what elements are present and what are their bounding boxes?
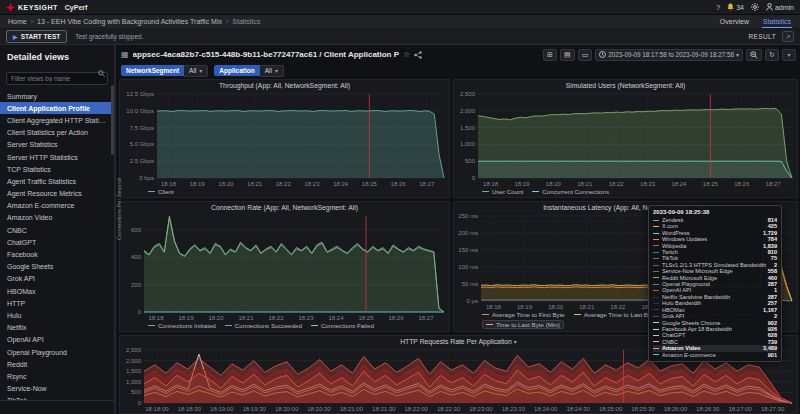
svg-text:18:18: 18:18 xyxy=(148,315,164,321)
svg-text:18:25:00: 18:25:00 xyxy=(599,406,623,412)
sidebar-item-summary[interactable]: Summary xyxy=(0,90,114,102)
chart-legend: User CountConcurrent Connections xyxy=(454,188,797,197)
legend-swatch xyxy=(482,314,489,315)
sidebar-title: Detailed views xyxy=(0,50,114,67)
sidebar-item-reddit[interactable]: Reddit xyxy=(0,358,114,370)
sidebar-item-server-statistics[interactable]: Server Statistics xyxy=(0,139,114,151)
help-icon[interactable]: ? xyxy=(716,4,720,11)
breadcrumb-test-name[interactable]: 13 - EEH Vibe Coding with Background Act… xyxy=(37,18,222,25)
filter-views-input[interactable] xyxy=(6,72,108,85)
chevron-down-icon: ▾ xyxy=(514,339,517,345)
sidebar-item-tcp-statistics[interactable]: TCP Statistics xyxy=(0,163,114,175)
cycle-view-button[interactable]: ▤ xyxy=(560,49,575,61)
sidebar-scrollbar[interactable] xyxy=(111,85,114,155)
start-test-button[interactable]: ▶ START TEST xyxy=(6,30,67,43)
sidebar-item-netflix[interactable]: Netflix xyxy=(0,322,114,334)
zoom-out-button[interactable] xyxy=(746,49,762,61)
panel-title[interactable]: Throughput (App: All, NetworkSegment: Al… xyxy=(120,80,449,91)
share-icon[interactable] xyxy=(414,51,422,59)
refresh-button[interactable]: ↻ xyxy=(765,49,779,61)
notifications-button[interactable]: 34 xyxy=(727,3,744,11)
panel-title[interactable]: Connection Rate (App: All, NetworkSegmen… xyxy=(120,202,449,213)
legend-item[interactable]: Connections Succeeded xyxy=(225,322,302,329)
breadcrumb-bar: Home › 13 - EEH Vibe Coding with Backgro… xyxy=(0,15,800,29)
legend-label: Connections Initiated xyxy=(158,322,216,329)
sidebar-item-service-now[interactable]: Service-Now xyxy=(0,383,114,395)
legend-item[interactable]: User Count xyxy=(482,188,523,195)
tooltip-series-value: 901 xyxy=(768,352,777,358)
svg-text:18:22: 18:22 xyxy=(610,304,626,310)
application-filter[interactable]: Application All▾ xyxy=(214,65,284,77)
simulated-users-chart[interactable]: 05001,0001,5002,0002,50018:1818:1918:201… xyxy=(454,91,797,188)
sidebar-item-chatgpt[interactable]: ChatGPT xyxy=(0,236,114,248)
svg-text:18:18:00: 18:18:00 xyxy=(145,406,169,412)
legend-item[interactable]: Connections Initiated xyxy=(148,322,216,329)
sidebar-item-agent-resource-metrics[interactable]: Agent Resource Metrics xyxy=(0,188,114,200)
sidebar-item-openai-api[interactable]: OpenAI API xyxy=(0,334,114,346)
sidebar-item-facebook[interactable]: Facebook xyxy=(0,248,114,260)
expand-result-button[interactable]: ↗ xyxy=(782,31,794,42)
sidebar-item-client-application-profile[interactable]: Client Application Profile xyxy=(0,102,114,114)
chevron-down-icon: ▾ xyxy=(736,51,739,58)
user-menu[interactable]: admin xyxy=(766,3,794,11)
time-range-button[interactable]: 2023-09-09 18:17:58 to 2023-09-09 18:27:… xyxy=(595,49,743,61)
favorite-star-icon[interactable]: ☆ xyxy=(403,50,410,59)
svg-text:18:23:30: 18:23:30 xyxy=(502,406,526,412)
sidebar-item-client-statistics-per-action[interactable]: Client Statistics per Action xyxy=(0,127,114,139)
play-icon: ▶ xyxy=(13,33,18,40)
sidebar-item-google-sheets[interactable]: Google Sheets xyxy=(0,261,114,273)
sidebar-item-server-http-statistics[interactable]: Server HTTP Statistics xyxy=(0,151,114,163)
magnifier-minus-icon xyxy=(750,51,758,59)
sidebar-item-rsync[interactable]: Rsync xyxy=(0,370,114,382)
gear-icon[interactable] xyxy=(751,3,759,11)
legend-item[interactable]: Time to Last Byte (Min) xyxy=(482,320,564,329)
legend-item[interactable]: Average Time to First Byte xyxy=(482,311,565,318)
svg-text:18:21:00: 18:21:00 xyxy=(340,406,364,412)
svg-text:18:21: 18:21 xyxy=(247,181,263,187)
legend-item[interactable]: Average Time to Last Byte xyxy=(574,311,656,318)
tooltip-series-swatch xyxy=(653,220,659,221)
svg-text:7.5 Gbps: 7.5 Gbps xyxy=(130,125,154,131)
legend-item[interactable]: Connections Failed xyxy=(311,322,374,329)
breadcrumb-home[interactable]: Home xyxy=(8,18,27,25)
legend-item[interactable]: Client xyxy=(148,188,174,195)
svg-text:18:25:30: 18:25:30 xyxy=(631,406,655,412)
tooltip-series-swatch xyxy=(653,233,659,234)
svg-text:0: 0 xyxy=(472,175,476,181)
sidebar-item-amazon-video[interactable]: Amazon Video xyxy=(0,212,114,224)
svg-text:500: 500 xyxy=(131,389,142,395)
sidebar-item-agent-traffic-statistics[interactable]: Agent Traffic Statistics xyxy=(0,175,114,187)
tooltip-series-swatch xyxy=(653,226,659,227)
sidebar-item-client-aggregated-http-statistics[interactable]: Client Aggregated HTTP Statistics xyxy=(0,114,114,126)
connection-rate-chart[interactable]: Connections Per Second 020040060018:1818… xyxy=(120,213,449,322)
refresh-interval-dropdown[interactable]: ▾ xyxy=(782,49,796,61)
sidebar-item-grok-api[interactable]: Grok API xyxy=(0,273,114,285)
legend-item[interactable]: Concurrent Connections xyxy=(532,188,609,195)
chart-legend: Connections InitiatedConnections Succeed… xyxy=(120,322,449,331)
svg-text:18:26: 18:26 xyxy=(391,181,407,187)
panel-title[interactable]: Simulated Users (NetworkSegment: All) xyxy=(454,80,797,91)
legend-swatch xyxy=(148,325,155,326)
sidebar-item-cnbc[interactable]: CNBC xyxy=(0,224,114,236)
tab-statistics[interactable]: Statistics xyxy=(762,16,792,28)
legend-label: Client xyxy=(158,188,174,195)
sidebar-item-openai-playground[interactable]: Openai Playground xyxy=(0,346,114,358)
sidebar-item-amazon-e-commerce[interactable]: Amazon E-commerce xyxy=(0,200,114,212)
panel-connection-rate: Connection Rate (App: All, NetworkSegmen… xyxy=(119,201,450,332)
svg-text:18:27:00: 18:27:00 xyxy=(728,406,752,412)
tv-mode-button[interactable]: ▭ xyxy=(578,49,593,61)
brand-name: KEYSIGHT xyxy=(18,4,58,11)
sidebar-divider xyxy=(0,400,114,414)
svg-text:18:20: 18:20 xyxy=(546,181,562,187)
throughput-chart[interactable]: 0 bps2.5 Gbps5.0 Gbps7.5 Gbps10.0 Gbps12… xyxy=(120,91,449,188)
svg-text:18:27: 18:27 xyxy=(766,181,782,187)
sidebar-item-http[interactable]: HTTP xyxy=(0,297,114,309)
svg-text:18:23: 18:23 xyxy=(298,315,314,321)
tab-overview[interactable]: Overview xyxy=(719,16,750,28)
sidebar-item-hbomax[interactable]: HBOMax xyxy=(0,285,114,297)
filter-value: All xyxy=(189,67,196,74)
sidebar-item-hulu[interactable]: Hulu xyxy=(0,309,114,321)
networksegment-filter[interactable]: NetworkSegment All▾ xyxy=(121,65,208,77)
tooltip-timestamp: 2023-09-09 18:25:38 xyxy=(653,209,777,215)
add-panel-button[interactable]: ⊞ xyxy=(543,49,557,61)
